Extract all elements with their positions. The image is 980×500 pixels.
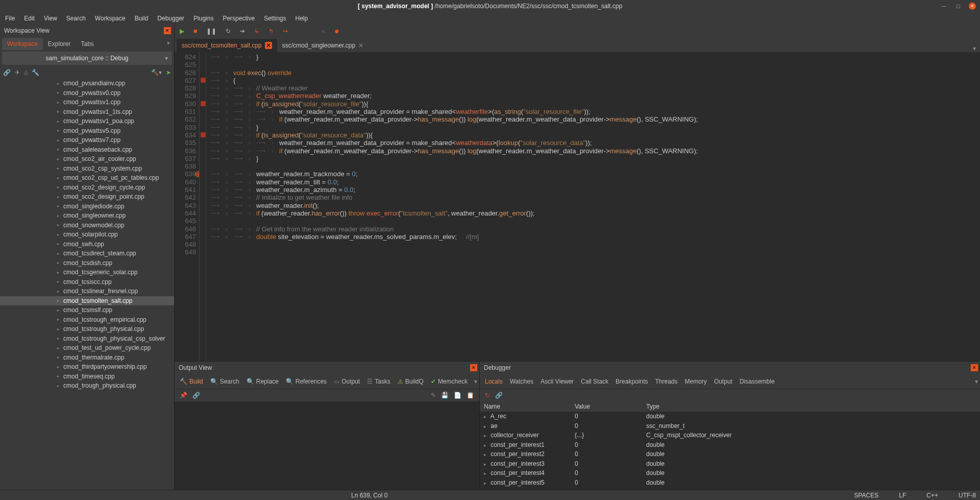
debugger-tab-call-stack[interactable]: Call Stack xyxy=(581,378,608,385)
debugger-tab-memory[interactable]: Memory xyxy=(685,378,707,385)
encoding[interactable]: UTF-8 xyxy=(959,492,976,499)
file-item[interactable]: ▸cmod_pvwattsv5.cpp xyxy=(0,126,174,136)
file-item[interactable]: ▸cmod_pvwattsv0.cpp xyxy=(0,88,174,98)
editor-tab[interactable]: ssc/cmod_tcsmolten_salt.cpp✕ xyxy=(177,39,277,52)
file-item[interactable]: ▸cmod_swh.cpp xyxy=(0,240,174,249)
locals-row[interactable]: ▸ const_per_interest30double xyxy=(480,459,980,469)
refresh-icon[interactable]: ↻ xyxy=(485,392,490,399)
close-icon[interactable]: ✕ xyxy=(470,364,477,371)
output-tab-memcheck[interactable]: ✔Memcheck xyxy=(431,378,468,385)
pause-icon[interactable]: ❚❚ xyxy=(206,28,216,35)
output-tab-output[interactable]: ▭Output xyxy=(334,378,360,385)
debugger-tab-threads[interactable]: Threads xyxy=(655,378,677,385)
send-icon[interactable]: ✈ xyxy=(15,69,20,76)
locals-row[interactable]: ▸ const_per_interest40double xyxy=(480,468,980,478)
menu-help[interactable]: Help xyxy=(296,15,308,22)
file-item[interactable]: ▸cmod_sco2_csp_ud_pc_tables.cpp xyxy=(0,173,174,183)
step-over-icon[interactable]: ➔ xyxy=(240,28,245,35)
build-target-select[interactable]: sam_simulation_core :: Debug xyxy=(2,52,172,65)
file-item[interactable]: ▸cmod_pvwattsv1_poa.cpp xyxy=(0,116,174,126)
nav-back-icon[interactable]: « xyxy=(322,28,325,35)
menu-edit[interactable]: Edit xyxy=(24,15,35,22)
debugger-tab-output[interactable]: Output xyxy=(714,378,732,385)
output-tab-search[interactable]: 🔍Search xyxy=(210,378,239,385)
file-item[interactable]: ▸cmod_pvwattsv1.cpp xyxy=(0,98,174,107)
link-icon[interactable]: 🔗 xyxy=(192,392,200,399)
file-item[interactable]: ▸cmod_trough_physical.cpp xyxy=(0,381,174,391)
code-editor[interactable]: 6246256266276286296306316326336346356366… xyxy=(175,52,980,361)
file-item[interactable]: ▸cmod_saleleaseback.cpp xyxy=(0,145,174,155)
hammer-icon[interactable]: 🔨▾ xyxy=(151,69,162,76)
menu-view[interactable]: View xyxy=(44,15,57,22)
menu-debugger[interactable]: Debugger xyxy=(157,15,184,22)
menu-workspace[interactable]: Workspace xyxy=(95,15,126,22)
link-icon[interactable]: 🔗 xyxy=(3,69,11,76)
wrench-icon[interactable]: 🔧 xyxy=(32,69,39,76)
file-item[interactable]: ▸cmod_pvwattsv1_1ts.cpp xyxy=(0,107,174,117)
file-item[interactable]: ▸cmod_singlediode.cpp xyxy=(0,202,174,211)
locals-row[interactable]: ▸ ae0ssc_number_t xyxy=(480,421,980,431)
output-tab-buildq[interactable]: ⚠BuildQ xyxy=(398,378,424,385)
file-item[interactable]: ▸cmod_sco2_csp_system.cpp xyxy=(0,164,174,174)
record-icon[interactable]: ● xyxy=(334,27,339,36)
stop-icon[interactable]: ■ xyxy=(193,28,197,35)
locals-row[interactable]: ▸ const_per_interest50double xyxy=(480,478,980,488)
locals-row[interactable]: ▸ A_rec0double xyxy=(480,412,980,421)
file-item[interactable]: ▸cmod_thermalrate.cpp xyxy=(0,353,174,363)
maximize-button[interactable]: ▢ xyxy=(954,3,962,10)
file-item[interactable]: ▸cmod_tcslinear_fresnel.cpp xyxy=(0,287,174,296)
file-item[interactable]: ▸cmod_timeseq.cpp xyxy=(0,372,174,382)
output-tab-tasks[interactable]: ☰Tasks xyxy=(367,378,390,385)
file-item[interactable]: ▸cmod_singleowner.cpp xyxy=(0,211,174,221)
file-item[interactable]: ▸cmod_tcsmolten_salt.cpp xyxy=(0,296,174,306)
file-item[interactable]: ▸cmod_pvsandiainv.cpp xyxy=(0,79,174,88)
file-item[interactable]: ▸cmod_tcsdirect_steam.cpp xyxy=(0,249,174,258)
file-item[interactable]: ▸cmod_tcstrough_physical_csp_solver xyxy=(0,334,174,344)
workspace-tab-tabs[interactable]: Tabs xyxy=(76,38,99,50)
file-item[interactable]: ▸cmod_tcstrough_physical.cpp xyxy=(0,324,174,334)
locals-row[interactable]: ▸ collector_receiver{...}C_csp_mspt_coll… xyxy=(480,431,980,440)
menu-file[interactable]: File xyxy=(5,15,15,22)
close-button[interactable]: ✕ xyxy=(969,3,976,10)
chevron-down-icon[interactable]: ▾ xyxy=(474,378,477,385)
paste-icon[interactable]: 📋 xyxy=(467,392,474,399)
link-icon[interactable]: 🔗 xyxy=(495,392,503,399)
debugger-tab-locals[interactable]: Locals xyxy=(485,378,503,385)
file-tree[interactable]: ▸cmod_pvsandiainv.cpp▸cmod_pvwattsv0.cpp… xyxy=(0,79,174,490)
chevron-down-icon[interactable]: ▾ xyxy=(975,378,978,385)
step-into-icon[interactable]: ↳ xyxy=(254,28,259,35)
locals-row[interactable]: ▸ const_per_interest10double xyxy=(480,440,980,450)
fold-column[interactable] xyxy=(199,52,206,361)
step-out-icon[interactable]: ↰ xyxy=(268,28,274,35)
indent-mode[interactable]: SPACES xyxy=(854,492,879,499)
close-icon[interactable]: ✕ xyxy=(971,364,978,371)
home-icon[interactable]: ⌂ xyxy=(24,69,28,76)
play-icon[interactable]: ▶ xyxy=(180,28,184,35)
file-item[interactable]: ▸cmod_snowmodel.cpp xyxy=(0,221,174,230)
menu-plugins[interactable]: Plugins xyxy=(193,15,213,22)
file-item[interactable]: ▸cmod_tcstrough_empirical.cpp xyxy=(0,315,174,325)
language-mode[interactable]: C++ xyxy=(926,492,938,499)
eol-mode[interactable]: LF xyxy=(899,492,906,499)
debugger-tab-disassemble[interactable]: Disassemble xyxy=(740,378,775,385)
file-item[interactable]: ▸cmod_test_ud_power_cycle.cpp xyxy=(0,343,174,353)
debugger-tab-ascii-viewer[interactable]: Ascii Viewer xyxy=(541,378,574,385)
locals-row[interactable]: ▸ const_per_interest20double xyxy=(480,449,980,459)
close-icon[interactable]: ✕ xyxy=(358,42,363,49)
run-icon[interactable]: ➤ xyxy=(166,69,171,76)
brush-icon[interactable]: ✎ xyxy=(431,392,436,399)
close-icon[interactable]: ✕ xyxy=(164,27,171,34)
chevron-down-icon[interactable]: ▾ xyxy=(973,45,976,52)
save-icon[interactable]: 💾 xyxy=(441,392,449,399)
file-item[interactable]: ▸cmod_tcsmslf.cpp xyxy=(0,305,174,315)
minimize-button[interactable]: — xyxy=(940,3,947,10)
debugger-tab-breakpoints[interactable]: Breakpoints xyxy=(616,378,648,385)
step-next-icon[interactable]: ↪ xyxy=(283,28,288,35)
restart-icon[interactable]: ↻ xyxy=(226,28,231,35)
file-item[interactable]: ▸cmod_solarpilot.cpp xyxy=(0,230,174,240)
copy-icon[interactable]: 📄 xyxy=(454,392,461,399)
file-item[interactable]: ▸cmod_sco2_design_point.cpp xyxy=(0,192,174,202)
output-tab-references[interactable]: 🔍References xyxy=(286,378,327,385)
output-tab-replace[interactable]: 🔍Replace xyxy=(247,378,279,385)
file-item[interactable]: ▸cmod_thirdpartyownership.cpp xyxy=(0,362,174,372)
